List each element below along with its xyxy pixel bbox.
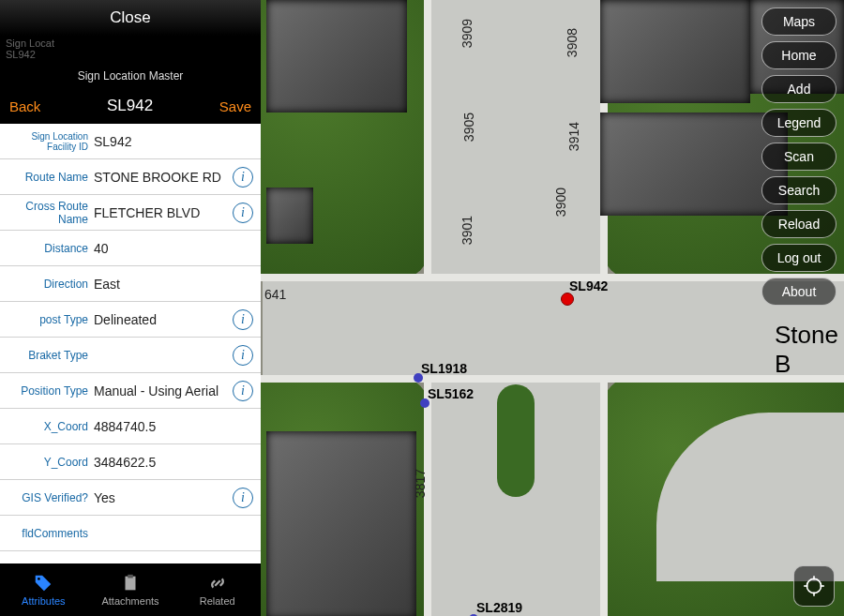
info-icon[interactable]: i [233, 345, 253, 366]
record-title: SL942 [107, 97, 153, 115]
field-value: 40 [94, 241, 253, 256]
about-button[interactable]: About [761, 278, 836, 306]
field-label: Route Name [4, 171, 94, 184]
map-marker-label: SL5162 [428, 386, 474, 401]
field-label: Distance [4, 242, 94, 255]
attribute-row[interactable]: Route NameSTONE BROOKE RDi [0, 159, 261, 195]
attribute-row[interactable]: Braket Typei [0, 338, 261, 373]
tab-attributes[interactable]: Attributes [0, 563, 87, 616]
info-icon[interactable]: i [233, 381, 253, 401]
close-button[interactable]: Close [0, 0, 261, 36]
panel-subtitle: Sign Location Master [0, 64, 261, 88]
reload-button[interactable]: Reload [761, 210, 836, 238]
svg-point-5 [38, 578, 40, 580]
field-value: Delineated [94, 312, 233, 327]
logout-button[interactable]: Log out [761, 244, 836, 272]
crosshair-icon [802, 574, 826, 598]
detail-panel: Close Sign LocatSL942 Sign Location Mast… [0, 0, 261, 616]
tab-label: Attributes [22, 595, 65, 607]
field-value: STONE BROOKE RD [94, 170, 233, 185]
search-button[interactable]: Search [761, 176, 836, 204]
field-value: FLETCHER BLVD [94, 205, 233, 220]
map-marker-label: SL942 [569, 278, 608, 293]
svg-rect-7 [128, 575, 133, 578]
info-icon[interactable]: i [233, 309, 253, 330]
field-label: Sign Location Facility ID [4, 131, 94, 152]
attribute-form: Sign Location Facility IDSL942Route Name… [0, 124, 261, 563]
map-marker-label: SL1918 [421, 361, 467, 376]
home-button[interactable]: Home [761, 41, 836, 69]
info-icon[interactable]: i [233, 203, 253, 223]
attribute-row[interactable]: DirectionEast [0, 266, 261, 302]
field-label: Position Type [4, 384, 94, 398]
add-button[interactable]: Add [761, 75, 836, 103]
bottom-tabs: Attributes Attachments Related [0, 563, 261, 616]
svg-rect-6 [126, 577, 136, 591]
field-label: X_Coord [4, 420, 94, 433]
attribute-row[interactable]: post TypeDelineatedi [0, 302, 261, 338]
attribute-row[interactable]: Position TypeManual - Using Aeriali [0, 373, 261, 409]
map-marker-selected[interactable] [561, 293, 574, 306]
legend-button[interactable]: Legend [761, 109, 836, 137]
field-label: Direction [4, 278, 94, 291]
background-header: Sign LocatSL942 [0, 36, 261, 64]
attribute-row[interactable]: fldComments [0, 516, 261, 551]
locate-button[interactable] [793, 565, 835, 607]
attribute-row[interactable]: Sign Location Facility IDSL942 [0, 124, 261, 159]
house-number: 3901 [460, 216, 475, 245]
back-button[interactable]: Back [9, 98, 40, 114]
panel-title-bar: Back SL942 Save [0, 88, 261, 124]
svg-point-0 [806, 578, 821, 593]
house-number: 3905 [461, 113, 476, 142]
house-number: 3900 [553, 188, 568, 217]
attribute-row[interactable]: GIS Verified?Yesi [0, 480, 261, 516]
tab-label: Attachments [101, 595, 158, 607]
field-label: fldComments [4, 527, 94, 540]
save-button[interactable]: Save [219, 98, 251, 114]
attribute-row[interactable]: X_Coord4884740.5 [0, 409, 261, 444]
house-number: 3908 [565, 28, 580, 57]
field-label: Cross Route Name [4, 200, 94, 226]
field-value: Manual - Using Aerial [94, 383, 233, 398]
street-name-label: Stone B [775, 321, 844, 379]
house-number: 3909 [460, 19, 475, 48]
tag-icon [33, 573, 53, 593]
tab-attachments[interactable]: Attachments [87, 563, 174, 616]
field-label: Y_Coord [4, 456, 94, 469]
attribute-row[interactable]: Y_Coord3484622.5 [0, 444, 261, 480]
tab-label: Related [200, 595, 235, 607]
field-label: Braket Type [4, 349, 94, 362]
tab-related[interactable]: Related [173, 563, 261, 616]
field-label: GIS Verified? [4, 491, 94, 504]
attribute-row[interactable]: Cross Route NameFLETCHER BLVDi [0, 195, 261, 231]
info-icon[interactable]: i [233, 167, 253, 188]
house-number: 3817 [413, 469, 428, 498]
info-icon[interactable]: i [233, 488, 253, 508]
field-label: post Type [4, 313, 94, 326]
attribute-row[interactable]: Distance40 [0, 231, 261, 266]
field-value: East [94, 277, 253, 292]
field-value: SL942 [94, 134, 253, 149]
map-tools: Maps Home Add Legend Scan Search Reload … [761, 8, 836, 306]
clipboard-icon [120, 573, 141, 593]
scan-button[interactable]: Scan [761, 143, 836, 171]
maps-button[interactable]: Maps [761, 8, 836, 36]
house-number: 3914 [566, 122, 581, 151]
field-value: Yes [94, 490, 233, 505]
field-value: 4884740.5 [94, 419, 253, 434]
map-marker-label: SL2819 [476, 600, 522, 615]
link-icon [207, 573, 228, 593]
house-number: 641 [264, 287, 286, 302]
field-value: 3484622.5 [94, 455, 253, 470]
